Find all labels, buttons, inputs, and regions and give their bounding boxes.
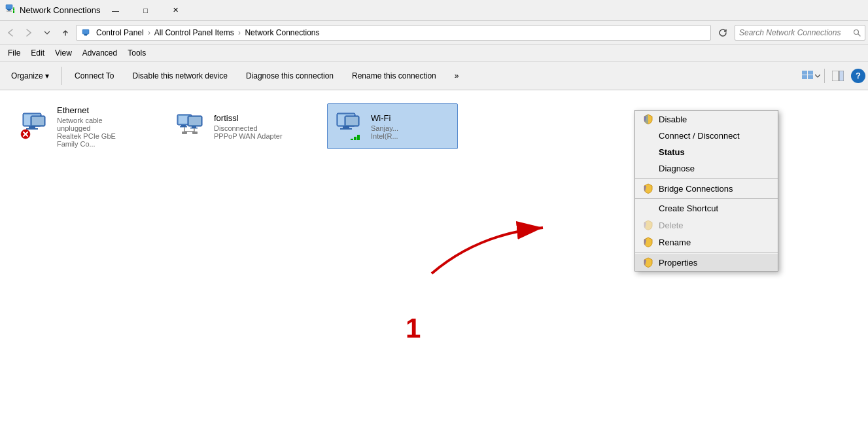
svg-rect-43 xyxy=(340,128,352,130)
fortissl-icon xyxy=(176,111,207,142)
toolbar-separator-1 xyxy=(61,67,62,85)
up-button[interactable] xyxy=(58,25,73,41)
refresh-button[interactable] xyxy=(715,25,731,41)
menu-tools[interactable]: Tools xyxy=(122,47,151,59)
svg-rect-48 xyxy=(351,139,353,140)
close-button[interactable]: ✕ xyxy=(161,0,191,21)
search-input[interactable] xyxy=(735,28,849,37)
network-item-wifi[interactable]: Wi-Fi Sanjay... Intel(R... xyxy=(327,103,458,149)
content-area: Ethernet Network cable unplugged Realtek… xyxy=(0,90,868,422)
ctx-status-label: Status xyxy=(659,147,685,157)
svg-rect-15 xyxy=(808,75,813,79)
svg-rect-47 xyxy=(357,135,360,140)
ethernet-adapter: Realtek PCIe GbE Family Co... xyxy=(57,132,138,148)
rename-button[interactable]: Rename this connection xyxy=(343,64,445,88)
disable-label: Disable this network device xyxy=(133,71,228,80)
ctx-shortcut-label: Create Shortcut xyxy=(659,203,718,213)
breadcrumb: Control Panel › All Control Panel Items … xyxy=(96,28,320,37)
shield-icon-rename xyxy=(643,237,653,247)
more-label: » xyxy=(455,71,459,80)
menu-bar: File Edit View Advanced Tools xyxy=(0,44,868,62)
shield-icon-disable xyxy=(643,114,653,124)
more-button[interactable]: » xyxy=(446,64,468,88)
ctx-properties[interactable]: Properties xyxy=(635,254,778,271)
menu-file[interactable]: File xyxy=(3,47,26,59)
ctx-delete: Delete xyxy=(635,217,778,234)
menu-view[interactable]: View xyxy=(50,47,77,59)
window-controls: — □ ✕ xyxy=(101,0,191,21)
search-box[interactable] xyxy=(735,25,865,41)
diagnose-label: Diagnose this connection xyxy=(246,71,334,80)
svg-rect-0 xyxy=(6,5,12,9)
title-bar: Network Connections — □ ✕ xyxy=(0,0,868,21)
svg-rect-12 xyxy=(802,71,807,75)
svg-rect-2 xyxy=(8,10,10,11)
window-title: Network Connections xyxy=(20,5,101,15)
ctx-shortcut[interactable]: Create Shortcut xyxy=(635,200,778,217)
ctx-disable[interactable]: Disable xyxy=(635,111,778,128)
disable-button[interactable]: Disable this network device xyxy=(124,64,236,88)
search-icon-button[interactable] xyxy=(849,25,865,41)
svg-rect-32 xyxy=(189,117,201,125)
ctx-separator-3 xyxy=(635,252,778,253)
help-button[interactable]: ? xyxy=(851,69,865,83)
connect-to-label: Connect To xyxy=(75,71,114,80)
svg-rect-23 xyxy=(32,117,44,125)
svg-rect-13 xyxy=(808,71,813,75)
forward-button[interactable] xyxy=(21,25,37,41)
toolbar-separator-2 xyxy=(824,69,825,83)
ctx-connect-label: Connect / Disconnect xyxy=(659,131,740,141)
toolbar: Organize ▾ Connect To Disable this netwo… xyxy=(0,62,868,90)
arrow-2-svg xyxy=(445,411,654,422)
wifi-status: Sanjay... xyxy=(371,124,452,132)
ctx-bridge[interactable]: Bridge Connections xyxy=(635,180,778,197)
ctx-separator-1 xyxy=(635,178,778,179)
wifi-name: Wi-Fi xyxy=(371,113,452,123)
maximize-button[interactable]: □ xyxy=(131,0,161,21)
ethernet-icon xyxy=(19,111,50,142)
annotation-number-1: 1 xyxy=(406,313,421,344)
svg-rect-39 xyxy=(192,132,198,134)
fortissl-status: Disconnected xyxy=(214,124,295,132)
toolbar-right: ? xyxy=(801,67,865,85)
address-path[interactable]: Control Panel › All Control Panel Items … xyxy=(76,25,711,41)
svg-rect-45 xyxy=(346,117,358,125)
ctx-diagnose-label: Diagnose xyxy=(659,164,695,173)
svg-rect-16 xyxy=(832,71,839,81)
dropdown-button[interactable] xyxy=(39,25,55,41)
context-menu: Disable Connect / Disconnect Status Diag… xyxy=(634,110,778,272)
ctx-separator-2 xyxy=(635,198,778,199)
shield-icon-bridge xyxy=(643,183,653,194)
ctx-disable-label: Disable xyxy=(659,114,687,124)
svg-rect-8 xyxy=(84,34,88,35)
organize-label: Organize ▾ xyxy=(11,71,49,80)
back-button[interactable] xyxy=(3,25,18,41)
svg-rect-14 xyxy=(802,75,807,79)
ctx-rename[interactable]: Rename xyxy=(635,234,778,251)
arrow-1-svg xyxy=(379,208,563,287)
shield-icon-delete xyxy=(643,220,653,230)
ctx-connect-disconnect[interactable]: Connect / Disconnect xyxy=(635,128,778,144)
svg-rect-4 xyxy=(13,11,14,13)
shield-icon-properties xyxy=(643,257,653,268)
ctx-status[interactable]: Status xyxy=(635,144,778,160)
minimize-button[interactable]: — xyxy=(101,0,131,21)
fortissl-name: fortissl xyxy=(214,113,295,123)
organize-button[interactable]: Organize ▾ xyxy=(3,64,58,88)
svg-rect-3 xyxy=(7,11,12,12)
ctx-diagnose[interactable]: Diagnose xyxy=(635,160,778,177)
fortissl-adapter: PPPoP WAN Adapter xyxy=(214,132,295,140)
preview-pane-button[interactable] xyxy=(827,67,848,85)
menu-advanced[interactable]: Advanced xyxy=(77,47,122,59)
network-item-fortissl[interactable]: fortissl Disconnected PPPoP WAN Adapter xyxy=(170,103,301,149)
ctx-rename-label: Rename xyxy=(659,237,691,247)
menu-edit[interactable]: Edit xyxy=(26,47,50,59)
view-options-button[interactable] xyxy=(801,67,822,85)
diagnose-button[interactable]: Diagnose this connection xyxy=(237,64,342,88)
svg-rect-5 xyxy=(13,9,14,11)
connect-to-button[interactable]: Connect To xyxy=(66,64,123,88)
svg-rect-1 xyxy=(7,9,11,10)
network-item-ethernet[interactable]: Ethernet Network cable unplugged Realtek… xyxy=(13,103,144,149)
app-icon xyxy=(5,4,16,16)
svg-rect-7 xyxy=(82,29,89,34)
